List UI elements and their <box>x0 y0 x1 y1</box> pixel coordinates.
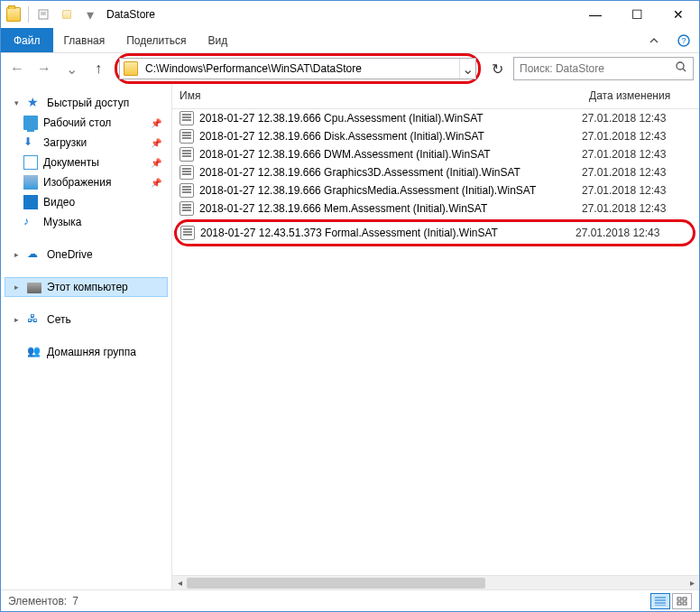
file-row[interactable]: 2018-01-27 12.38.19.666 DWM.Assessment (… <box>172 145 699 163</box>
file-name: 2018-01-27 12.38.19.666 Disk.Assessment … <box>199 130 582 143</box>
file-date: 27.01.2018 12:43 <box>582 184 699 197</box>
up-button[interactable]: ↑ <box>88 58 109 79</box>
forward-button[interactable]: → <box>33 58 55 79</box>
homegroup-icon: 👥 <box>27 345 41 359</box>
qat-newfolder-button[interactable] <box>58 5 76 23</box>
file-icon <box>180 183 194 198</box>
searchbox[interactable] <box>513 57 694 80</box>
minimize-button[interactable]: — <box>575 1 616 28</box>
expand-icon[interactable] <box>11 347 22 357</box>
downloads-icon: ⬇ <box>23 135 38 150</box>
menu-home[interactable]: Главная <box>53 28 116 52</box>
sidebar[interactable]: ▾ ★ Быстрый доступ Рабочий стол📌 ⬇Загруз… <box>1 84 172 589</box>
onedrive-icon: ☁ <box>27 247 41 262</box>
status-elements: Элементов: 7 <box>8 595 78 607</box>
view-buttons <box>650 593 692 609</box>
col-header-date[interactable]: Дата изменения <box>582 84 699 108</box>
scroll-left-arrow[interactable]: ◂ <box>172 578 187 588</box>
sidebar-label: Быстрый доступ <box>47 97 129 109</box>
search-icon[interactable] <box>675 60 687 77</box>
sidebar-label: Загрузки <box>43 136 87 149</box>
svg-rect-7 <box>683 602 686 605</box>
documents-icon <box>23 155 38 170</box>
address-input[interactable] <box>142 60 459 77</box>
scroll-track[interactable] <box>187 576 685 589</box>
file-name: 2018-01-27 12.38.19.666 Graphics3D.Asses… <box>199 166 582 179</box>
sidebar-item-network[interactable]: ▸🖧Сеть <box>5 310 168 329</box>
sidebar-item-documents[interactable]: Документы📌 <box>5 153 168 172</box>
content: Имя Дата изменения 2018-01-27 12.38.19.6… <box>172 84 699 589</box>
address-dropdown[interactable]: ⌄ <box>459 59 475 79</box>
expand-icon[interactable]: ▾ <box>11 97 22 108</box>
svg-rect-6 <box>677 602 681 605</box>
sidebar-item-onedrive[interactable]: ▸☁OneDrive <box>5 245 168 264</box>
file-row[interactable]: 2018-01-27 12.43.51.373 Formal.Assessmen… <box>177 224 693 242</box>
menu-file[interactable]: Файл <box>1 28 53 52</box>
file-row[interactable]: 2018-01-27 12.38.19.666 Disk.Assessment … <box>172 127 699 145</box>
horizontal-scrollbar[interactable]: ◂ ▸ <box>172 575 699 589</box>
expand-icon[interactable]: ▸ <box>11 249 22 260</box>
sidebar-item-downloads[interactable]: ⬇Загрузки📌 <box>5 133 168 153</box>
col-header-name[interactable]: Имя <box>172 84 582 108</box>
file-highlight: 2018-01-27 12.43.51.373 Formal.Assessmen… <box>174 219 695 246</box>
pin-icon: 📌 <box>151 178 167 188</box>
sidebar-item-thispc[interactable]: ▸Этот компьютер <box>5 277 168 297</box>
body: ▾ ★ Быстрый доступ Рабочий стол📌 ⬇Загруз… <box>1 84 699 589</box>
help-button[interactable]: ? <box>668 28 699 52</box>
scroll-thumb[interactable] <box>187 578 485 589</box>
file-name: 2018-01-27 12.38.19.666 DWM.Assessment (… <box>199 148 582 161</box>
statusbar: Элементов: 7 <box>1 589 699 611</box>
qat-properties-button[interactable] <box>34 5 52 23</box>
file-name: 2018-01-27 12.38.19.666 Mem.Assessment (… <box>199 202 582 215</box>
menubar: Файл Главная Поделиться Вид ? <box>1 28 699 53</box>
view-icons-button[interactable] <box>672 593 692 609</box>
close-button[interactable]: ✕ <box>658 1 699 28</box>
sidebar-label: Рабочий стол <box>43 116 111 129</box>
expand-icon[interactable]: ▸ <box>11 314 22 325</box>
refresh-button[interactable]: ↻ <box>486 58 508 79</box>
file-date: 27.01.2018 12:43 <box>582 166 699 179</box>
file-row[interactable]: 2018-01-27 12.38.19.666 Mem.Assessment (… <box>172 199 699 218</box>
status-elements-label: Элементов: <box>8 595 67 607</box>
maximize-button[interactable]: ☐ <box>616 1 658 28</box>
addressbar[interactable]: ⌄ <box>119 58 476 79</box>
file-icon <box>180 111 194 125</box>
file-date: 27.01.2018 12:43 <box>576 227 693 239</box>
address-wrap: ⌄ <box>115 53 481 84</box>
new-folder-icon <box>62 10 71 19</box>
scroll-right-arrow[interactable]: ▸ <box>685 578 699 588</box>
sidebar-item-quickaccess[interactable]: ▾ ★ Быстрый доступ <box>5 93 168 113</box>
sidebar-item-desktop[interactable]: Рабочий стол📌 <box>5 113 168 133</box>
tree-quickaccess: ▾ ★ Быстрый доступ Рабочий стол📌 ⬇Загруз… <box>5 93 168 232</box>
recent-dropdown[interactable]: ⌄ <box>60 58 82 79</box>
file-row[interactable]: 2018-01-27 12.38.19.666 Graphics3D.Asses… <box>172 163 699 181</box>
file-icon <box>180 201 194 216</box>
search-input[interactable] <box>520 62 671 75</box>
back-button[interactable]: ← <box>6 58 28 79</box>
menu-view[interactable]: Вид <box>197 28 238 52</box>
file-row[interactable]: 2018-01-27 12.38.19.666 GraphicsMedia.As… <box>172 181 699 199</box>
file-name: 2018-01-27 12.38.19.666 GraphicsMedia.As… <box>199 184 582 197</box>
svg-point-3 <box>677 62 684 70</box>
sidebar-label: Изображения <box>43 176 111 189</box>
sidebar-item-images[interactable]: Изображения📌 <box>5 172 168 192</box>
file-icon <box>180 226 195 240</box>
view-details-button[interactable] <box>650 593 670 609</box>
network-icon: 🖧 <box>27 312 41 327</box>
sidebar-label: Домашняя группа <box>47 346 136 358</box>
file-list[interactable]: 2018-01-27 12.38.19.666 Cpu.Assessment (… <box>172 109 699 575</box>
menu-share[interactable]: Поделиться <box>115 28 197 52</box>
file-icon <box>180 129 194 144</box>
sidebar-label: OneDrive <box>47 248 93 261</box>
sidebar-item-music[interactable]: ♪Музыка <box>5 212 168 232</box>
status-elements-count: 7 <box>72 595 78 607</box>
expand-icon[interactable]: ▸ <box>11 282 22 292</box>
video-icon <box>23 195 38 209</box>
qat-dropdown[interactable]: ▾ <box>81 5 99 23</box>
folder-icon <box>6 7 21 22</box>
file-row[interactable]: 2018-01-27 12.38.19.666 Cpu.Assessment (… <box>172 109 699 127</box>
ribbon-toggle[interactable] <box>640 28 668 52</box>
sidebar-item-homegroup[interactable]: 👥Домашняя группа <box>5 342 168 362</box>
window: ▾ DataStore — ☐ ✕ Файл Главная Поделитьс… <box>0 0 700 612</box>
sidebar-item-video[interactable]: Видео <box>5 192 168 212</box>
